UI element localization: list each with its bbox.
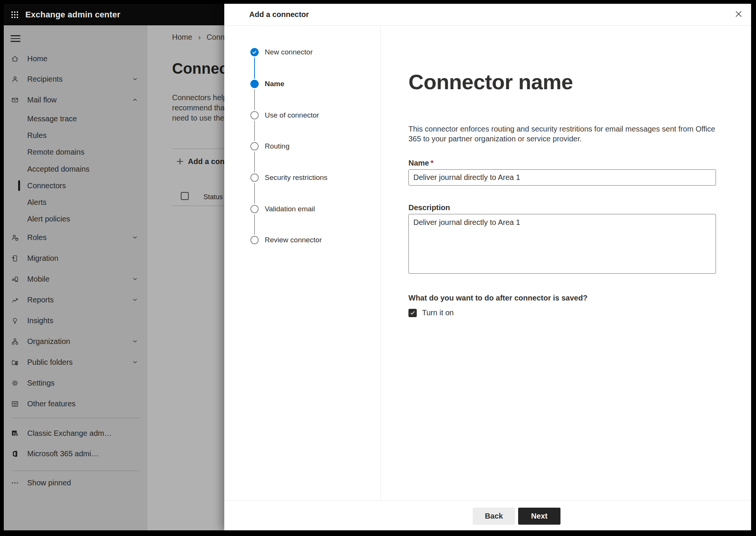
step-label-use-of-connector: Use of connector [265,111,319,120]
table-icon [11,400,19,408]
sidebar-item-classic-exchange[interactable]: E Classic Exchange adm… [4,425,147,442]
chevron-down-icon [132,234,138,241]
reports-icon [11,296,19,304]
step-circle-routing [250,142,259,150]
required-asterisk: * [430,159,433,167]
app-window: Exchange admin center Home Recipients Ma… [4,4,751,530]
stepper-divider [380,26,381,500]
breadcrumb-home-link[interactable]: Home [172,33,192,41]
add-connector-button[interactable]: Add a conn [176,155,229,167]
step-label-validation-email: Validation email [265,204,315,214]
chevron-down-icon [132,338,138,345]
name-field-label: Name* [408,159,433,167]
step-connector-line [254,89,255,110]
add-connector-dialog: Add a connector New connector Name Use o… [224,4,751,530]
plus-icon [176,157,184,166]
status-column-header[interactable]: Status [203,193,223,201]
next-button[interactable]: Next [518,508,560,525]
back-button[interactable]: Back [473,508,515,525]
chevron-up-icon [132,96,138,103]
chevron-down-icon [132,359,138,366]
sidebar-item-recipients[interactable]: Recipients [4,71,147,87]
step-label-new-connector: New connector [265,48,313,57]
close-icon [734,9,743,19]
left-nav: Home Recipients Mail flow Message trace … [4,25,147,530]
sidebar-item-other-features[interactable]: Other features [4,395,147,412]
app-launcher-button[interactable] [4,4,25,25]
selected-indicator [18,180,20,191]
step-circle-security-restrictions [250,174,259,182]
sidebar-item-mobile[interactable]: Mobile [4,271,147,287]
close-button[interactable] [733,9,744,19]
microsoft-365-icon [11,449,19,458]
sidebar-item-show-pinned[interactable]: Show pinned [4,474,147,491]
sidebar-item-alert-policies[interactable]: Alert policies [4,211,147,227]
description-field-label: Description [408,203,450,212]
sidebar-item-roles[interactable]: Roles [4,229,147,246]
sidebar-item-settings[interactable]: Settings [4,375,147,391]
dialog-title: Add a connector [249,4,309,25]
chevron-down-icon [132,296,138,303]
sidebar-item-remote-domains[interactable]: Remote domains [4,144,147,160]
app-title: Exchange admin center [25,10,120,20]
sidebar-item-alerts[interactable]: Alerts [4,194,147,211]
sidebar-item-organization[interactable]: Organization [4,333,147,350]
breadcrumb-separator: › [198,33,201,41]
step-circle-validation-email [250,205,259,213]
lightbulb-icon [11,316,19,325]
ellipsis-icon [11,479,19,487]
page-description: Connectors help recommend tha need to us… [172,93,227,123]
sidebar-item-message-trace[interactable]: Message trace [4,110,147,127]
step-label-security-restrictions: Security restrictions [265,173,328,182]
connector-description-textarea[interactable]: Deliver journal directly to Area 1 [408,214,716,274]
breadcrumb: Home › Conne [172,33,229,42]
step-circle-review-connector [250,236,259,244]
step-circle-new-connector [250,48,259,56]
step-circle-name [250,80,259,88]
chevron-down-icon [132,76,138,82]
screenshot-root: Exchange admin center Home Recipients Ma… [0,0,756,536]
sidebar-item-public-folders[interactable]: Public folders [4,354,147,370]
step-connector-line [254,214,255,235]
step-circle-use-of-connector [250,111,259,119]
select-all-checkbox[interactable] [181,192,189,200]
turn-it-on-option[interactable]: Turn it on [408,308,454,317]
check-icon [409,310,416,316]
hamburger-menu-button[interactable] [11,33,20,42]
after-save-question: What do you want to do after connector i… [408,294,587,302]
page-title: Connec [172,60,228,77]
connector-name-input[interactable] [408,169,716,186]
sidebar-item-m365-admin[interactable]: Microsoft 365 admi… [4,445,147,462]
sidebar-item-migration[interactable]: Migration [4,250,147,266]
classic-exchange-icon: E [11,429,19,437]
step-label-routing: Routing [265,142,290,151]
chevron-down-icon [132,276,138,282]
sidebar-item-reports[interactable]: Reports [4,291,147,308]
sidebar-item-rules[interactable]: Rules [4,127,147,144]
folder-globe-icon [11,358,19,366]
dialog-description: This connector enforces routing and secu… [408,124,725,144]
dialog-heading: Connector name [408,70,573,94]
sidebar-item-accepted-domains[interactable]: Accepted domains [4,161,147,177]
check-icon [250,48,259,56]
mail-icon [11,96,19,104]
sidebar-item-mail-flow[interactable]: Mail flow [4,91,147,108]
org-tree-icon [11,337,19,345]
mobile-icon [11,275,19,283]
roles-icon [11,233,19,242]
step-label-review-connector: Review connector [265,235,322,245]
sidebar-divider [12,418,139,418]
home-icon [11,54,19,63]
sidebar-item-connectors[interactable]: Connectors [4,177,147,194]
sidebar-item-home[interactable]: Home [4,50,147,67]
footer-divider [224,500,751,500]
step-connector-line [254,57,255,79]
step-connector-line [254,152,255,172]
header-divider [224,25,751,26]
step-label-name: Name [265,79,284,88]
turn-it-on-checkbox[interactable] [408,309,417,317]
turn-it-on-label: Turn it on [422,308,454,317]
sidebar-item-insights[interactable]: Insights [4,312,147,329]
svg-text:E: E [13,431,16,435]
migration-icon [11,254,19,262]
